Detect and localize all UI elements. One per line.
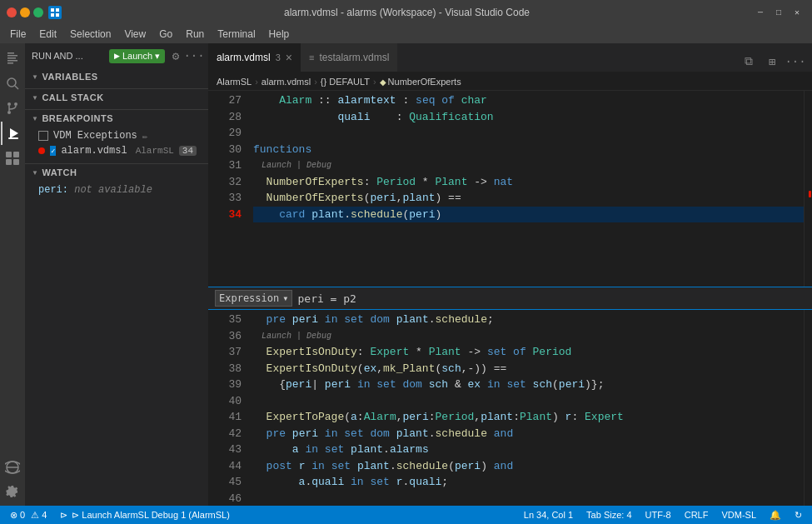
activity-search-icon[interactable] — [1, 72, 24, 95]
vdm-exceptions-item[interactable]: VDM Exceptions ✏ — [25, 128, 208, 143]
expression-input[interactable] — [297, 292, 805, 305]
svg-point-11 — [7, 102, 11, 106]
win-minimize-button[interactable]: ─ — [752, 4, 769, 21]
status-position[interactable]: Ln 34, Col 1 — [521, 506, 576, 524]
activity-remote-icon[interactable] — [1, 456, 24, 479]
expression-row[interactable]: Expression ▾ — [208, 287, 812, 310]
svg-marker-14 — [10, 128, 18, 138]
status-language-text: VDM-SL — [721, 510, 756, 520]
launch-label: Launch — [122, 51, 152, 61]
watch-item-name: peri: — [38, 184, 74, 196]
activity-extensions-icon[interactable] — [1, 147, 24, 170]
call-stack-header[interactable]: ▼ CALL STACK — [25, 89, 208, 106]
maximize-window-button[interactable] — [33, 7, 43, 17]
split-editor-button[interactable]: ⧉ — [739, 52, 759, 72]
watch-section: ▼ WATCH peri: not available — [25, 164, 208, 202]
svg-line-10 — [15, 86, 18, 89]
svg-rect-2 — [51, 13, 54, 17]
menu-file[interactable]: File — [3, 25, 32, 43]
bell-icon: 🔔 — [770, 510, 781, 521]
close-window-button[interactable] — [7, 7, 17, 17]
run-debug-label: RUN AND ... — [32, 51, 106, 61]
variables-section: ▼ VARIABLES — [25, 68, 208, 89]
launch-button[interactable]: ▶ Launch ▾ — [109, 49, 165, 63]
alarm-vdmsl-checkbox[interactable] — [50, 146, 56, 156]
tab-alarm-vdmsl[interactable]: alarm.vdmsl 3 × — [208, 43, 301, 72]
code-line-27: Alarm :: alarmtext : seq of char — [253, 92, 804, 109]
activity-run-debug-icon[interactable] — [1, 122, 24, 145]
main-layout: RUN AND ... ▶ Launch ▾ ⚙ ··· ▼ VARIABLES… — [0, 43, 812, 506]
status-encoding[interactable]: UTF-8 — [642, 506, 675, 524]
code-line-37: ExpertIsOnDuty: Expert * Plant -> set of… — [253, 344, 804, 361]
breadcrumb-function[interactable]: ◆NumberOfExperts — [380, 77, 461, 87]
tab-alarm-num: 3 — [276, 52, 281, 62]
breadcrumb-file[interactable]: alarm.vdmsl — [262, 77, 311, 87]
watch-item-value: not available — [74, 184, 152, 196]
watch-item-peri[interactable]: peri: not available — [25, 182, 208, 197]
menu-selection[interactable]: Selection — [63, 25, 117, 43]
expression-type-select[interactable]: Expression ▾ — [215, 290, 292, 307]
status-notifications-icon[interactable]: 🔔 — [766, 506, 785, 524]
tab-bar: alarm.vdmsl 3 × ≡ testalarm.vdmsl ⧉ ⊞ ··… — [208, 43, 812, 72]
tab-bar-actions: ⧉ ⊞ ··· — [732, 52, 812, 72]
status-line-ending-text: CRLF — [685, 510, 709, 520]
status-play-icon: ⊳ — [60, 510, 67, 521]
menu-terminal[interactable]: Terminal — [211, 25, 262, 43]
menu-edit[interactable]: Edit — [32, 25, 63, 43]
bp-count-badge: 34 — [179, 146, 197, 156]
alarm-vdmsl-bp-item[interactable]: alarm.vdmsl AlarmSL 34 — [25, 143, 208, 158]
title-bar-window-controls[interactable]: ─ □ ✕ — [752, 4, 805, 21]
bp-edit-icon[interactable]: ✏ — [142, 131, 148, 142]
expression-type-caret: ▾ — [282, 292, 288, 304]
activity-explorer-icon[interactable] — [1, 47, 24, 70]
menu-run[interactable]: Run — [179, 25, 211, 43]
menu-help[interactable]: Help — [262, 25, 296, 43]
status-tab-size[interactable]: Tab Size: 4 — [583, 506, 635, 524]
code-line-31: Launch | Debug — [253, 157, 804, 174]
variables-header[interactable]: ▼ VARIABLES — [25, 68, 208, 85]
status-debug-info[interactable]: ⊳ ⊳ Launch AlarmSL Debug 1 (AlarmSL) — [57, 506, 233, 524]
breakpoints-header[interactable]: ▼ BREAKPOINTS — [25, 110, 208, 127]
app-icon — [48, 6, 62, 19]
vdm-exceptions-label: VDM Exceptions — [53, 130, 137, 142]
svg-rect-4 — [7, 52, 14, 54]
code-line-38: ExpertIsOnDuty(ex,mk_Plant(sch,-)) == — [253, 361, 804, 377]
editor-layout-button[interactable]: ⊞ — [762, 52, 782, 72]
menu-view[interactable]: View — [117, 25, 152, 43]
tab-alarm-close-button[interactable]: × — [286, 52, 292, 63]
breakpoints-section: ▼ BREAKPOINTS VDM Exceptions ✏ alarm.vdm… — [25, 110, 208, 164]
menu-go[interactable]: Go — [152, 25, 179, 43]
svg-rect-15 — [8, 137, 18, 139]
status-line-ending[interactable]: CRLF — [681, 506, 712, 524]
sync-icon: ↻ — [795, 510, 802, 521]
code-content-bottom[interactable]: pre peri in set dom plant.schedule; Laun… — [250, 310, 804, 506]
activity-source-control-icon[interactable] — [1, 97, 24, 120]
more-actions-icon[interactable]: ··· — [187, 48, 202, 63]
minimize-window-button[interactable] — [20, 7, 30, 17]
more-editor-actions-button[interactable]: ··· — [785, 52, 805, 72]
activity-settings-icon[interactable] — [1, 481, 24, 504]
status-language[interactable]: VDM-SL — [718, 506, 760, 524]
code-line-28: quali : Qualification — [253, 109, 804, 126]
tab-testalarm[interactable]: ≡ testalarm.vdmsl — [301, 43, 397, 72]
svg-rect-5 — [7, 55, 17, 57]
status-error-warning[interactable]: ⊗ 0 ⚠ 4 — [7, 506, 50, 524]
code-line-40 — [253, 393, 804, 410]
breakpoints-arrow-icon: ▼ — [32, 115, 38, 122]
alarm-vdmsl-label: alarm.vdmsl — [61, 145, 127, 157]
code-content-top[interactable]: Alarm :: alarmtext : seq of char quali :… — [250, 91, 804, 287]
code-line-46 — [253, 491, 804, 507]
status-sync-icon[interactable]: ↻ — [791, 506, 805, 524]
win-close-button[interactable]: ✕ — [789, 4, 805, 21]
breadcrumb-default[interactable]: {} DEFAULT — [321, 77, 370, 87]
watch-header[interactable]: ▼ WATCH — [25, 164, 208, 181]
sidebar: RUN AND ... ▶ Launch ▾ ⚙ ··· ▼ VARIABLES… — [25, 43, 208, 506]
line-numbers-top: 27 28 29 30 31 32 33 34 — [208, 91, 250, 287]
breadcrumb-alarmsl[interactable]: AlarmSL — [217, 77, 252, 87]
window-controls[interactable] — [7, 7, 43, 17]
vdm-exceptions-checkbox[interactable] — [38, 131, 48, 141]
settings-gear-icon[interactable]: ⚙ — [168, 48, 183, 63]
svg-rect-3 — [56, 13, 59, 17]
breadcrumb: AlarmSL › alarm.vdmsl › {} DEFAULT › ◆Nu… — [208, 72, 812, 91]
win-maximize-button[interactable]: □ — [770, 4, 787, 21]
